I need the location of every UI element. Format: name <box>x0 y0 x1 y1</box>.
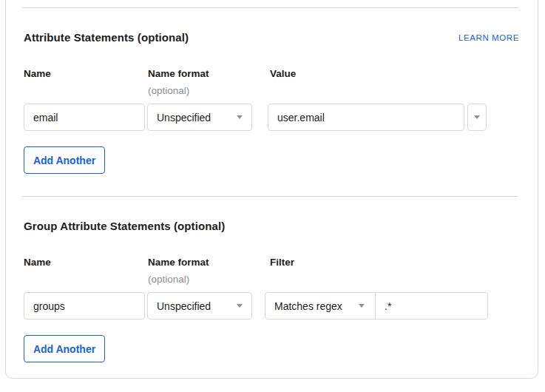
name-format-optional-note: (optional) <box>148 274 189 285</box>
settings-card <box>5 0 538 379</box>
caret-down-icon <box>237 115 243 119</box>
group-attribute-name-format-select[interactable]: Unspecified <box>147 292 252 320</box>
group-attribute-name-format-selected-value: Unspecified <box>157 300 237 312</box>
column-header-filter: Filter <box>270 257 294 268</box>
group-attribute-statements-title: Group Attribute Statements (optional) <box>24 220 225 232</box>
name-format-optional-note: (optional) <box>148 85 189 96</box>
saml-settings-page: Attribute Statements (optional) LEARN MO… <box>0 0 545 392</box>
attribute-value-input[interactable] <box>268 104 464 131</box>
caret-down-icon <box>474 115 480 119</box>
group-filter-type-selected-value: Matches regex <box>274 300 359 312</box>
column-header-value: Value <box>270 68 296 79</box>
group-attribute-name-input[interactable] <box>24 292 145 320</box>
column-header-name-format: Name format <box>148 257 209 268</box>
attribute-value-expression-picker-button[interactable] <box>467 104 487 131</box>
attribute-name-format-select[interactable]: Unspecified <box>147 104 252 131</box>
attribute-name-input[interactable] <box>24 104 145 131</box>
attribute-name-format-selected-value: Unspecified <box>157 112 237 124</box>
group-filter-group: Matches regex <box>265 292 488 320</box>
column-header-name-format: Name format <box>148 68 209 79</box>
caret-down-icon <box>359 304 365 308</box>
group-filter-type-select[interactable]: Matches regex <box>265 293 376 319</box>
caret-down-icon <box>237 304 243 308</box>
attribute-statements-title: Attribute Statements (optional) <box>24 31 189 44</box>
column-header-name: Name <box>24 68 51 79</box>
section-divider-middle <box>22 196 518 197</box>
section-divider-top <box>22 7 518 8</box>
learn-more-link[interactable]: LEARN MORE <box>458 33 519 42</box>
column-header-name: Name <box>24 257 51 268</box>
add-another-group-attribute-button[interactable]: Add Another <box>24 335 105 362</box>
group-filter-value-input[interactable] <box>376 293 487 319</box>
add-another-attribute-button[interactable]: Add Another <box>24 146 105 174</box>
